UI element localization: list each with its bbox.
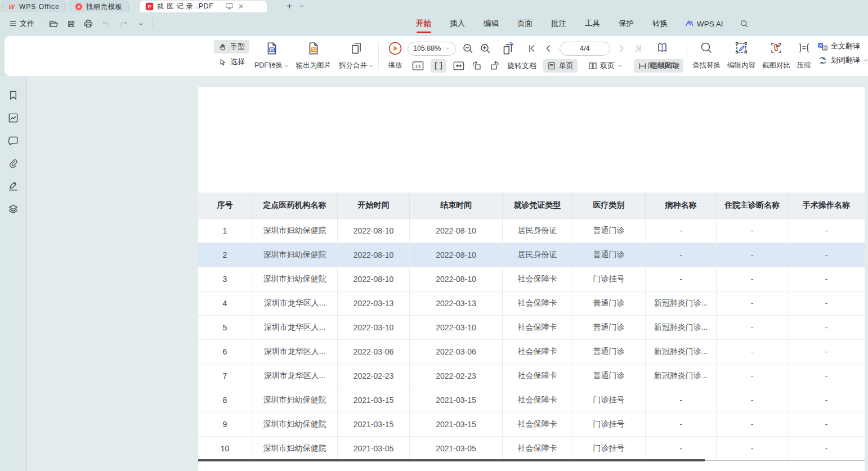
compress-icon <box>797 41 811 55</box>
double-page-button[interactable]: 双页 <box>584 59 627 73</box>
menu-tools[interactable]: 工具 <box>584 13 601 34</box>
split-merge-button[interactable]: 拆分合并 <box>337 40 376 73</box>
edit-content-button[interactable]: 编辑内容 <box>725 40 758 73</box>
svg-text:P: P <box>147 4 151 10</box>
attachment-icon[interactable] <box>7 158 19 169</box>
menu-convert[interactable]: 转换 <box>651 13 669 34</box>
rotate-doc-button[interactable]: 旋转文档 <box>507 61 536 71</box>
single-page-button[interactable]: 单页 <box>543 59 578 73</box>
full-translate-label: 全文翻译 <box>831 41 860 51</box>
screenshot-compare-button[interactable]: 截图对比 <box>760 40 793 73</box>
table-cell: - <box>717 388 788 412</box>
table-cell: - <box>717 412 788 436</box>
split-merge-label: 拆分合并 <box>339 61 367 70</box>
comment-icon[interactable] <box>7 135 19 147</box>
menu-page[interactable]: 页面 <box>516 13 534 34</box>
first-page-button[interactable] <box>527 43 537 53</box>
rotate-left-button[interactable] <box>471 60 482 71</box>
word-translate-button[interactable]: x A 划词翻译 <box>817 55 868 65</box>
fit-page-button[interactable] <box>453 61 464 71</box>
pdf-viewport[interactable]: 序号定点医药机构名称开始时间结束时间就诊凭证类型医疗类别病种名称住院主诊断名称手… <box>27 76 868 471</box>
table-header-cell: 手术操作名称 <box>788 192 865 218</box>
table-cell: 深圳市妇幼保健院 <box>252 412 338 436</box>
rotate-right-button[interactable] <box>489 60 500 71</box>
last-page-button[interactable] <box>633 43 643 53</box>
menu-insert[interactable]: 插入 <box>449 13 466 34</box>
word-translate-icon: x A <box>817 56 828 65</box>
zoom-in-button[interactable] <box>480 43 491 54</box>
tab-label: WPS Office <box>19 3 60 11</box>
export-image-button[interactable]: 输出为图片 <box>293 40 334 73</box>
full-translate-icon: A 文 <box>817 42 828 51</box>
select-tool-label: 选择 <box>230 57 245 67</box>
table-cell: - <box>646 219 717 243</box>
swap-pages-button[interactable] <box>500 41 515 56</box>
table-horizontal-scrollbar[interactable] <box>198 459 705 461</box>
compress-button[interactable]: 压缩 <box>794 40 814 73</box>
pdf-convert-button[interactable]: W PDF转换 <box>253 40 290 73</box>
open-file-button[interactable] <box>47 17 60 30</box>
save-button[interactable] <box>65 17 77 30</box>
tab-pdf-document[interactable]: P 就 医 记 录 .PDF ✕ <box>140 1 267 12</box>
table-cell: - <box>717 340 788 364</box>
tab-docer-templates[interactable]: 找稻壳模板 <box>69 1 129 12</box>
play-button[interactable]: 播放 <box>383 40 408 73</box>
previous-page-button[interactable] <box>543 43 553 53</box>
table-cell: - <box>646 388 717 412</box>
table-cell: 深圳市龙华区人... <box>252 316 338 339</box>
table-cell: - <box>788 291 865 315</box>
table-cell: 社会保障卡 <box>503 437 572 460</box>
wps-window: W WPS Office 找稻壳模板 P 就 医 记 录 .PDF ✕ + <box>0 0 868 471</box>
table-cell: 普通门诊 <box>572 340 646 364</box>
zoom-out-button[interactable] <box>462 43 473 54</box>
find-replace-button[interactable]: 查找替换 <box>690 40 723 73</box>
read-mode-button[interactable]: 阅读模式 <box>645 40 679 73</box>
play-icon <box>388 41 402 56</box>
bookmark-icon[interactable] <box>7 89 19 101</box>
table-cell: 2021-03-05 <box>410 437 503 460</box>
table-cell: 2022-08-10 <box>410 243 503 267</box>
file-menu-button[interactable]: 文件 <box>7 17 37 30</box>
menu-protect[interactable]: 保护 <box>618 13 635 34</box>
table-cell: 普通门诊 <box>572 364 646 388</box>
divider <box>42 19 42 29</box>
table-header-row: 序号定点医药机构名称开始时间结束时间就诊凭证类型医疗类别病种名称住院主诊断名称手… <box>198 192 865 218</box>
full-translate-button[interactable]: A 文 全文翻译 <box>817 41 868 51</box>
actual-size-button[interactable]: 1:1 <box>412 61 424 71</box>
undo-button[interactable] <box>100 17 112 30</box>
table-cell: 门诊挂号 <box>572 412 646 436</box>
table-row: 7深圳市龙华区人...2022-02-232022-02-23社会保障卡普通门诊… <box>198 364 865 388</box>
menu-search-icon[interactable] <box>740 19 749 28</box>
close-tab-icon[interactable]: ✕ <box>238 2 244 11</box>
docer-icon <box>75 3 83 11</box>
menu-comment[interactable]: 批注 <box>550 13 567 34</box>
page-number-input[interactable]: 4/4 <box>560 42 610 56</box>
thumbnail-icon[interactable] <box>7 112 19 124</box>
table-cell: 2022-02-23 <box>338 364 410 388</box>
svg-text:文: 文 <box>824 46 827 50</box>
select-tool-button[interactable]: 选择 <box>214 55 249 69</box>
chevron-down-icon <box>368 63 374 69</box>
table-cell: - <box>788 340 865 364</box>
table-cell: 2022-08-10 <box>338 267 410 291</box>
menu-home[interactable]: 开始 <box>415 13 432 34</box>
new-tab-button[interactable]: + <box>283 0 296 12</box>
print-button[interactable] <box>82 17 95 30</box>
layers-icon[interactable] <box>7 203 19 214</box>
signature-icon[interactable] <box>7 180 19 192</box>
table-cell: 7 <box>198 364 252 388</box>
table-cell: 社会保障卡 <box>503 316 572 339</box>
tab-wps-home[interactable]: W WPS Office <box>1 1 66 12</box>
menu-wps-ai[interactable]: WPS AI <box>685 19 723 28</box>
svg-text:1:1: 1:1 <box>415 64 421 68</box>
hand-tool-label: 手型 <box>230 42 245 52</box>
more-actions-chevron-icon[interactable] <box>135 17 147 30</box>
monitor-icon[interactable] <box>225 3 234 10</box>
hand-tool-button[interactable]: 手型 <box>214 40 249 53</box>
fit-width-button[interactable] <box>431 59 446 73</box>
tab-list-chevron-icon[interactable] <box>298 3 305 10</box>
zoom-level-select[interactable]: 105.88% <box>408 42 456 56</box>
redo-button[interactable] <box>117 17 129 30</box>
next-page-button[interactable] <box>616 43 627 53</box>
menu-edit[interactable]: 编辑 <box>482 13 500 34</box>
